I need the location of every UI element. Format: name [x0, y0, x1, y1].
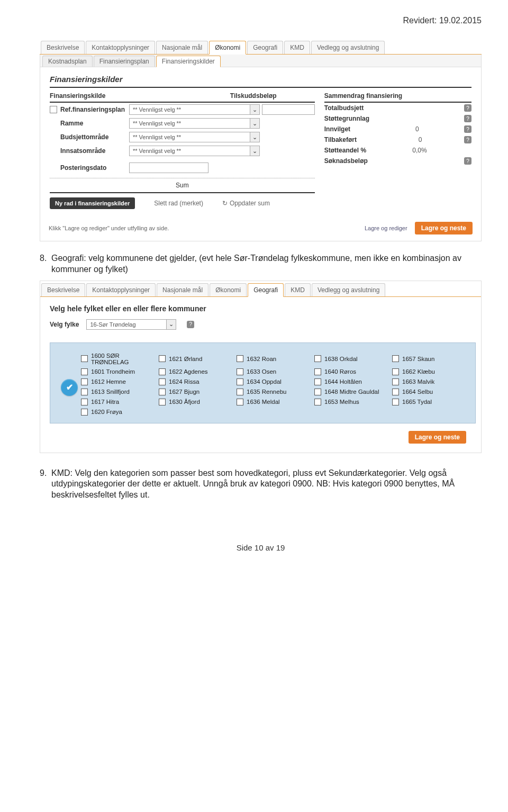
page-footer: Side 10 av 19: [40, 543, 482, 552]
kommune-checkbox[interactable]: 1636 Meldal: [237, 399, 309, 405]
kommune-label: 1635 Rennebu: [247, 389, 286, 395]
col-head-kilde: Finansieringskilde: [50, 92, 140, 100]
kommune-label: 1621 Ørland: [169, 356, 202, 362]
tab-vedlegg-og-avslutning[interactable]: Vedlegg og avslutning: [312, 283, 385, 296]
kommune-label: 1624 Rissa: [169, 378, 199, 385]
save-next-button-2[interactable]: Lagre og neste: [409, 431, 466, 444]
tab-vedlegg-og-avslutning[interactable]: Vedlegg og avslutning: [311, 41, 385, 54]
kommune-checkbox[interactable]: 1627 Bjugn: [159, 389, 231, 395]
kommune-label: 1601 Trondheim: [91, 368, 135, 375]
kommune-label: 1662 Klæbu: [402, 368, 435, 375]
tab-beskrivelse[interactable]: Beskrivelse: [41, 41, 85, 54]
tab-beskrivelse[interactable]: Beskrivelse: [41, 283, 85, 296]
tab-nasjonale-m-l[interactable]: Nasjonale mål: [156, 41, 208, 54]
kommune-checkbox[interactable]: 1653 Melhus: [314, 399, 387, 405]
kommune-label: 1613 Snillfjord: [91, 389, 130, 395]
kommune-checkbox[interactable]: 1663 Malvik: [392, 378, 465, 385]
list-item-9: KMD: Velg den kategorien som passer best…: [51, 468, 482, 501]
tab-nasjonale-m-l[interactable]: Nasjonale mål: [157, 283, 208, 296]
list-item-8: Geografi: velg kommunene det gjelder, (e…: [51, 253, 482, 275]
kommune-checkbox[interactable]: 1600 SØR TRØNDELAG: [81, 353, 153, 365]
kommune-label: 1644 Holtålen: [324, 378, 362, 385]
kommune-checkbox[interactable]: 1635 Rennebu: [237, 389, 309, 395]
subtab-finansieringskilder[interactable]: Finansieringskilder: [156, 56, 221, 67]
tab-geografi[interactable]: Geografi: [248, 283, 284, 297]
kommune-checkbox[interactable]: 1601 Trondheim: [81, 368, 153, 375]
kommune-checkbox[interactable]: 1657 Skaun: [392, 353, 465, 365]
label-innsats: Innsatsområde: [60, 147, 129, 155]
dropdown-budsjett[interactable]: ** Vennligst velg **⌄: [129, 132, 260, 142]
tab-kontaktopplysninger[interactable]: Kontaktopplysninger: [86, 41, 155, 54]
kommune-checkbox[interactable]: 1664 Selbu: [392, 389, 465, 395]
footer-hint: Klikk "Lagre og rediger" under utfylling…: [49, 225, 169, 231]
delete-row-button[interactable]: Slett rad (merket): [154, 200, 203, 207]
kommune-checkbox[interactable]: 1644 Holtålen: [314, 378, 387, 385]
kommune-checkbox[interactable]: 1632 Roan: [237, 353, 309, 365]
kommune-checkbox[interactable]: 1662 Klæbu: [392, 368, 465, 375]
save-next-button[interactable]: Lagre og neste: [415, 222, 473, 234]
kommune-checkbox[interactable]: 1638 Orkdal: [314, 353, 387, 365]
tab--konomi[interactable]: Økonomi: [209, 41, 246, 55]
help-icon[interactable]: ?: [464, 104, 471, 112]
checkbox-icon: [237, 389, 243, 395]
col-head-belop: Tilskuddsbeløp: [230, 92, 315, 100]
tab--konomi[interactable]: Økonomi: [210, 283, 247, 296]
help-icon[interactable]: ?: [464, 125, 471, 133]
kommune-checkbox[interactable]: 1633 Osen: [237, 368, 309, 375]
subtab-kostnadsplan[interactable]: Kostnadsplan: [42, 56, 93, 67]
update-sum-button[interactable]: ↻Oppdater sum: [222, 200, 270, 207]
chevron-down-icon: ⌄: [250, 132, 259, 142]
checkbox-icon: [392, 368, 399, 375]
help-icon[interactable]: ?: [464, 157, 471, 165]
checkbox-icon: [237, 378, 243, 385]
summary-label: Totalbudsjett: [324, 104, 364, 112]
kommune-checkbox[interactable]: 1634 Oppdal: [237, 378, 309, 385]
dropdown-innsats[interactable]: ** Vennligst velg **⌄: [129, 146, 260, 156]
checkbox-icon: [237, 368, 243, 375]
tab-kmd[interactable]: KMD: [284, 41, 310, 54]
row-checkbox[interactable]: [50, 106, 57, 113]
input-tilskudd[interactable]: [262, 104, 315, 115]
check-circle-icon[interactable]: ✔: [61, 379, 78, 396]
kommune-checkbox[interactable]: 1621 Ørland: [159, 353, 231, 365]
checkbox-icon: [81, 355, 88, 362]
kommune-checkbox[interactable]: 1665 Tydal: [392, 399, 465, 405]
new-row-button[interactable]: Ny rad i finansieringskilder: [50, 197, 135, 209]
kommune-label: 1664 Selbu: [402, 389, 433, 395]
kommune-label: 1622 Agdenes: [169, 368, 208, 375]
help-icon[interactable]: ?: [464, 115, 471, 122]
kommune-label: 1632 Roan: [247, 356, 276, 362]
kommune-checkbox[interactable]: 1640 Røros: [314, 368, 387, 375]
chevron-down-icon: ⌄: [250, 119, 259, 128]
summary-value: 0,0%: [401, 147, 427, 154]
checkbox-icon: [81, 368, 88, 375]
dropdown-ref[interactable]: ** Vennligst velg **⌄: [129, 104, 260, 115]
tab-geografi[interactable]: Geografi: [247, 41, 283, 54]
kommune-checkbox[interactable]: 1630 Åfjord: [159, 399, 231, 405]
subtab-finansieringsplan[interactable]: Finansieringsplan: [94, 56, 155, 67]
help-icon[interactable]: ?: [187, 321, 194, 328]
dropdown-fylke[interactable]: 16-Sør Trøndelag⌄: [86, 319, 176, 330]
kommune-checkbox[interactable]: 1612 Hemne: [81, 378, 153, 385]
kommune-label: 1638 Orkdal: [324, 356, 358, 362]
kommune-checkbox[interactable]: 1648 Midtre Gauldal: [314, 389, 387, 395]
kommune-checkbox[interactable]: 1620 Frøya: [81, 409, 153, 416]
label-ramme: Ramme: [60, 120, 129, 127]
input-dato[interactable]: [129, 163, 208, 173]
help-icon[interactable]: ?: [464, 136, 471, 143]
summary-value: 0: [393, 125, 419, 133]
kommune-label: 1600 SØR TRØNDELAG: [91, 353, 153, 365]
dropdown-ramme[interactable]: ** Vennligst velg **⌄: [129, 118, 260, 129]
main-tabs: BeskrivelseKontaktopplysningerNasjonale …: [40, 39, 482, 55]
tab-kmd[interactable]: KMD: [285, 283, 311, 296]
tab-kontaktopplysninger[interactable]: Kontaktopplysninger: [86, 283, 156, 296]
kommune-checkbox[interactable]: 1617 Hitra: [81, 399, 153, 405]
kommune-checkbox[interactable]: 1613 Snillfjord: [81, 389, 153, 395]
kommune-checkbox[interactable]: 1624 Rissa: [159, 378, 231, 385]
kommune-label: 1653 Melhus: [324, 399, 359, 405]
summary-label: Søknadsbeløp: [324, 157, 368, 165]
kommune-label: 1657 Skaun: [402, 356, 434, 362]
save-edit-link[interactable]: Lagre og rediger: [365, 225, 407, 231]
kommune-checkbox[interactable]: 1622 Agdenes: [159, 368, 231, 375]
checkbox-icon: [392, 378, 399, 385]
